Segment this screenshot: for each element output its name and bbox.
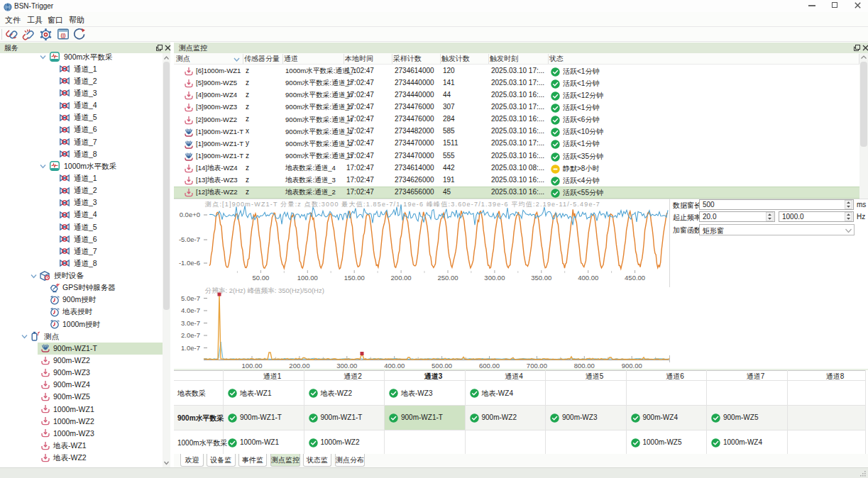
svg-text:测点:[1]900m-WZ1-T 分量:z 点数:3000: 测点:[1]900m-WZ1-T 分量:z 点数:3000 最大值:1.85e-… <box>204 201 600 208</box>
svg-text:3.0e-7: 3.0e-7 <box>181 319 200 327</box>
svg-text:(|): (|) <box>60 32 66 38</box>
svg-text:400.00: 400.00 <box>578 274 598 282</box>
svg-text:5.0e-7: 5.0e-7 <box>181 294 200 302</box>
svg-text:150.00: 150.00 <box>344 274 365 282</box>
svg-text:4.0e-7: 4.0e-7 <box>181 306 200 314</box>
svg-text:0.0e+0: 0.0e+0 <box>180 211 200 218</box>
svg-text:450.00: 450.00 <box>625 274 645 282</box>
svg-text:250.00: 250.00 <box>437 274 458 282</box>
svg-text:-1.0e-6: -1.0e-6 <box>179 259 200 267</box>
svg-text:300.00: 300.00 <box>484 274 505 282</box>
svg-text:200.00: 200.00 <box>391 274 412 282</box>
svg-text:2.0e-7: 2.0e-7 <box>181 331 200 339</box>
svg-text:分辨率: 2(Hz) 峰值频率: 350(Hz)/50(H: 分辨率: 2(Hz) 峰值频率: 350(Hz)/50(Hz) <box>204 287 324 294</box>
svg-text:350.00: 350.00 <box>531 274 551 282</box>
svg-text:-5.0e-7: -5.0e-7 <box>179 235 200 243</box>
svg-text:50.00: 50.00 <box>253 274 270 282</box>
svg-text:1.0e-7: 1.0e-7 <box>181 344 200 352</box>
svg-text:100.00: 100.00 <box>297 274 318 282</box>
